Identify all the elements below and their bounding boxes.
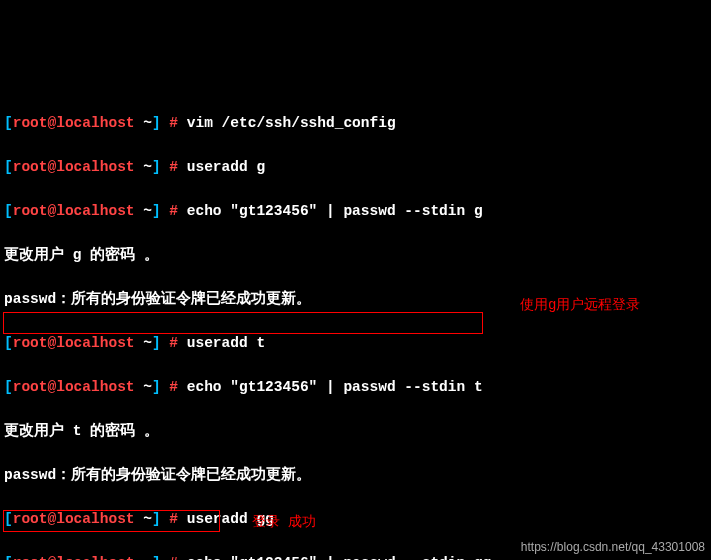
bracket: ] — [152, 159, 161, 175]
at-sign: @ — [48, 335, 57, 351]
bracket: [ — [4, 203, 13, 219]
bracket: ] — [152, 335, 161, 351]
at-sign: @ — [48, 379, 57, 395]
prompt-user: root — [13, 511, 48, 527]
prompt-hash: # — [161, 159, 187, 175]
prompt-path: ~ — [135, 555, 152, 560]
bracket: ] — [152, 115, 161, 131]
prompt-user: root — [13, 335, 48, 351]
line: [root@localhost ~] # useradd g — [4, 156, 707, 178]
bracket: [ — [4, 159, 13, 175]
prompt-user: root — [13, 159, 48, 175]
prompt-path: ~ — [135, 203, 152, 219]
annotation-remote-login: 使用g用户远程登录 — [520, 294, 640, 316]
output-line: 更改用户 t 的密码 。 — [4, 420, 707, 442]
prompt-path: ~ — [135, 115, 152, 131]
prompt-host: localhost — [56, 555, 134, 560]
prompt-user: root — [13, 379, 48, 395]
prompt-hash: # — [161, 203, 187, 219]
line: [root@localhost ~] # vim /etc/ssh/sshd_c… — [4, 112, 707, 134]
line: [root@localhost ~] # echo "gt123456" | p… — [4, 376, 707, 398]
bracket: [ — [4, 555, 13, 560]
prompt-path: ~ — [135, 379, 152, 395]
prompt-host: localhost — [56, 159, 134, 175]
prompt-host: localhost — [56, 203, 134, 219]
prompt-path: ~ — [135, 511, 152, 527]
command-text: echo "gt123456" | passwd --stdin gg — [187, 555, 492, 560]
bracket: ] — [152, 379, 161, 395]
command-text: useradd t — [187, 335, 265, 351]
prompt-hash: # — [161, 555, 187, 560]
bracket: ] — [152, 555, 161, 560]
at-sign: @ — [48, 203, 57, 219]
command-text: useradd g — [187, 159, 265, 175]
at-sign: @ — [48, 115, 57, 131]
at-sign: @ — [48, 555, 57, 560]
prompt-host: localhost — [56, 115, 134, 131]
prompt-user: root — [13, 555, 48, 560]
prompt-path: ~ — [135, 159, 152, 175]
terminal-output: [root@localhost ~] # vim /etc/ssh/sshd_c… — [4, 90, 707, 560]
command-text: echo "gt123456" | passwd --stdin t — [187, 379, 483, 395]
at-sign: @ — [48, 511, 57, 527]
prompt-hash: # — [161, 379, 187, 395]
watermark-text: https://blog.csdn.net/qq_43301008 — [521, 536, 705, 558]
prompt-host: localhost — [56, 335, 134, 351]
annotation-login-success: 登录 成功 — [252, 511, 316, 533]
command-text: echo "gt123456" | passwd --stdin g — [187, 203, 483, 219]
prompt-host: localhost — [56, 379, 134, 395]
prompt-hash: # — [161, 335, 187, 351]
line: [root@localhost ~] # useradd gg — [4, 508, 707, 530]
prompt-user: root — [13, 203, 48, 219]
prompt-host: localhost — [56, 511, 134, 527]
line: [root@localhost ~] # useradd t — [4, 332, 707, 354]
bracket: [ — [4, 511, 13, 527]
bracket: [ — [4, 379, 13, 395]
prompt-hash: # — [161, 115, 187, 131]
line: [root@localhost ~] # echo "gt123456" | p… — [4, 200, 707, 222]
prompt-user: root — [13, 115, 48, 131]
prompt-hash: # — [161, 511, 187, 527]
bracket: ] — [152, 511, 161, 527]
output-line: 更改用户 g 的密码 。 — [4, 244, 707, 266]
at-sign: @ — [48, 159, 57, 175]
bracket: [ — [4, 335, 13, 351]
output-line: passwd：所有的身份验证令牌已经成功更新。 — [4, 464, 707, 486]
prompt-path: ~ — [135, 335, 152, 351]
command-text: vim /etc/ssh/sshd_config — [187, 115, 396, 131]
bracket: ] — [152, 203, 161, 219]
bracket: [ — [4, 115, 13, 131]
